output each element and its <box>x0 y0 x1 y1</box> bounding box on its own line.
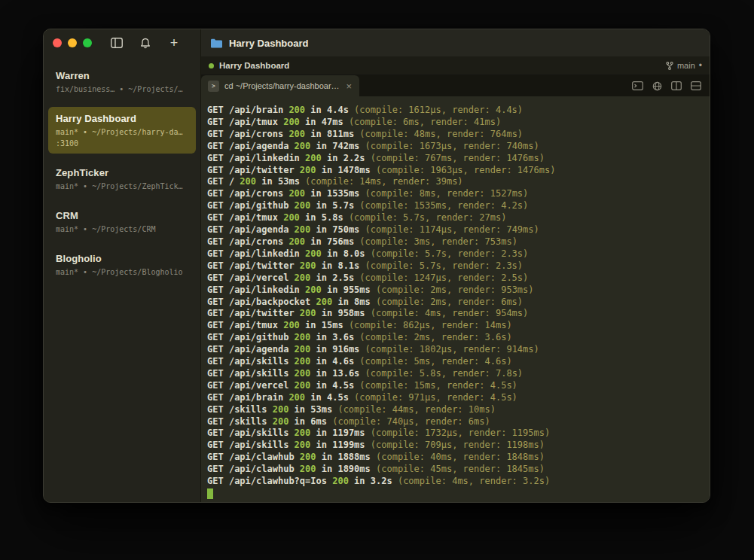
minimize-window-button[interactable] <box>68 38 77 47</box>
log-line: GET /api/tmux 200 in 5.8s (compile: 5.7s… <box>207 212 704 224</box>
sidebar-item-title: Harry Dashboard <box>56 113 188 124</box>
log-line: GET /api/vercel 200 in 2.5s (compile: 12… <box>207 272 704 285</box>
log-line: GET /api/linkedin 200 in 955ms (compile:… <box>207 285 704 297</box>
sidebar-item-zephticker[interactable]: ZephTickermain* • ~/Projects/ZephTick… <box>48 161 196 196</box>
log-line: GET /api/vercel 200 in 4.5s (compile: 15… <box>207 380 704 392</box>
git-branch-indicator[interactable]: main • <box>666 60 702 71</box>
sidebar-item-title: Warren <box>56 70 188 81</box>
log-line: GET /api/crons 200 in 756ms (compile: 3m… <box>207 236 704 248</box>
log-line: GET /api/crons 200 in 1535ms (compile: 8… <box>207 188 704 200</box>
sidebar-item-subtitle: main* • ~/Projects/CRM <box>56 225 188 233</box>
log-line: GET /api/github 200 in 5.7s (compile: 15… <box>207 200 704 212</box>
main-column: Harry Dashboard main • > cd ~/Projects/h… <box>200 56 710 502</box>
bell-icon[interactable] <box>139 36 152 50</box>
log-line: GET /api/skills 200 in 13.6s (compile: 5… <box>207 368 704 380</box>
log-line: GET /api/linkedin 200 in 8.0s (compile: … <box>207 248 704 260</box>
log-lines: GET /api/brain 200 in 4.4s (compile: 161… <box>207 105 704 488</box>
log-line: GET /api/twitter 200 in 8.1s (compile: 5… <box>207 260 704 272</box>
sidebar: Warrenfix/business… • ~/Projects/…Harry … <box>44 56 200 502</box>
log-line: GET /api/twitter 200 in 1478ms (compile:… <box>207 165 704 177</box>
window-title: Harry Dashboard <box>229 38 308 49</box>
sidebar-item-subtitle: main* • ~/Projects/harry-da… <box>56 128 188 136</box>
log-line: GET /api/twitter 200 in 958ms (compile: … <box>207 308 704 320</box>
titlebar: + Harry Dashboard <box>44 29 710 56</box>
folder-icon <box>210 38 223 48</box>
tab-strip: Harry Dashboard main • <box>201 56 710 75</box>
titlebar-main: Harry Dashboard <box>200 29 710 56</box>
log-line: GET /skills 200 in 53ms (compile: 44ms, … <box>207 404 704 416</box>
log-line: GET /api/agenda 200 in 742ms (compile: 1… <box>207 141 704 153</box>
plus-icon: + <box>170 36 179 50</box>
titlebar-left: + <box>44 29 200 56</box>
log-line: GET /api/tmux 200 in 15ms (compile: 862µ… <box>207 320 704 332</box>
titlebar-icons: + <box>110 36 181 50</box>
log-line: GET /api/skills 200 in 1197ms (compile: … <box>207 428 704 440</box>
sidebar-item-subtitle: fix/business… • ~/Projects/… <box>56 85 188 93</box>
tab-label: Harry Dashboard <box>219 61 289 70</box>
zoom-window-button[interactable] <box>83 38 92 47</box>
sidebar-toggle-icon[interactable] <box>110 36 124 50</box>
log-line: GET /api/agenda 200 in 916ms (compile: 1… <box>207 344 704 356</box>
split-horizontal-icon[interactable] <box>690 80 702 92</box>
log-line: GET /api/brain 200 in 4.5s (compile: 971… <box>207 392 704 404</box>
sidebar-item-subtitle: main* • ~/Projects/ZephTick… <box>56 182 188 190</box>
close-window-button[interactable] <box>53 38 62 47</box>
git-branch-icon <box>666 62 673 70</box>
globe-icon[interactable] <box>651 80 663 92</box>
terminal-tab-label: cd ~/Projects/harry-dashboar… <box>224 81 340 90</box>
split-vertical-icon[interactable] <box>670 80 682 92</box>
new-tab-button[interactable]: + <box>167 36 181 50</box>
body-split: Warrenfix/business… • ~/Projects/…Harry … <box>44 56 710 502</box>
sidebar-item-crm[interactable]: CRMmain* • ~/Projects/CRM <box>48 204 196 239</box>
log-line: GET /api/brain 200 in 4.4s (compile: 161… <box>207 105 704 117</box>
sidebar-item-port: :3100 <box>56 139 188 148</box>
git-branch-name: main <box>677 61 695 70</box>
sidebar-item-title: ZephTicker <box>56 167 188 178</box>
log-line: GET / 200 in 53ms (compile: 14ms, render… <box>207 176 704 188</box>
log-line: GET /api/skills 200 in 4.6s (compile: 5m… <box>207 356 704 368</box>
sidebar-item-subtitle: main* • ~/Projects/Blogholio <box>56 268 188 276</box>
sidebar-item-title: CRM <box>56 210 188 221</box>
log-line: GET /api/crons 200 in 811ms (compile: 48… <box>207 129 704 141</box>
log-line: GET /api/github 200 in 3.6s (compile: 2m… <box>207 332 704 344</box>
sidebar-item-title: Blogholio <box>56 253 188 264</box>
log-line: GET /api/tmux 200 in 47ms (compile: 6ms,… <box>207 117 704 129</box>
terminal-panel-icon[interactable] <box>631 80 643 92</box>
terminal-tab-bar: > cd ~/Projects/harry-dashboar… × <box>201 75 710 96</box>
log-line: GET /api/agenda 200 in 750ms (compile: 1… <box>207 224 704 236</box>
log-line: GET /api/skills 200 in 1199ms (compile: … <box>207 440 704 452</box>
git-dirty-dot: • <box>699 60 702 71</box>
log-line: GET /api/clawhub 200 in 1890ms (compile:… <box>207 464 704 476</box>
sidebar-item-blogholio[interactable]: Blogholiomain* • ~/Projects/Blogholio <box>48 247 196 282</box>
terminal-output[interactable]: GET /api/brain 200 in 4.4s (compile: 161… <box>201 96 710 502</box>
log-line: GET /api/clawhub 200 in 1888ms (compile:… <box>207 452 704 464</box>
log-line: GET /skills 200 in 6ms (compile: 740µs, … <box>207 416 704 428</box>
status-dot-icon <box>209 63 214 68</box>
terminal-tab-actions <box>631 75 710 96</box>
sidebar-item-warren[interactable]: Warrenfix/business… • ~/Projects/… <box>48 64 196 99</box>
sidebar-item-harry-dashboard[interactable]: Harry Dashboardmain* • ~/Projects/harry-… <box>48 107 196 154</box>
log-line: GET /api/clawhub?q=Ios 200 in 3.2s (comp… <box>207 476 704 488</box>
terminal-tab[interactable]: > cd ~/Projects/harry-dashboar… × <box>201 75 359 96</box>
close-tab-icon[interactable]: × <box>346 81 353 92</box>
log-line: GET /api/linkedin 200 in 2.2s (compile: … <box>207 153 704 165</box>
terminal-cursor <box>207 488 213 499</box>
tab-harry-dashboard[interactable]: Harry Dashboard <box>209 61 289 70</box>
log-line: GET /api/backpocket 200 in 8ms (compile:… <box>207 297 704 309</box>
app-window: + Harry Dashboard Warrenfix/business… • … <box>43 29 710 503</box>
prompt-icon: > <box>208 81 219 92</box>
